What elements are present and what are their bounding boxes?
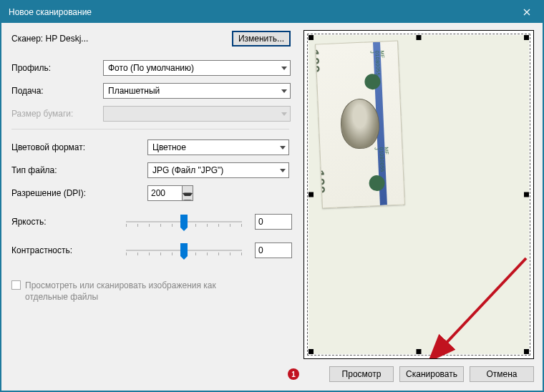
window-title: Новое сканирование bbox=[9, 7, 92, 17]
separator bbox=[11, 129, 289, 129]
resize-handle[interactable] bbox=[524, 192, 529, 197]
profile-value: Фото (По умолчанию) bbox=[108, 63, 194, 73]
selection-marquee[interactable] bbox=[307, 34, 530, 356]
cancel-button[interactable]: Отмена bbox=[470, 366, 534, 382]
resize-handle[interactable] bbox=[524, 349, 529, 354]
brightness-label: Яркость: bbox=[11, 217, 126, 227]
triangle-up-icon bbox=[183, 186, 193, 193]
settings-panel: Сканер: HP Deskj... Изменить... Профиль:… bbox=[1, 23, 301, 391]
source-value: Планшетный bbox=[108, 86, 160, 96]
chevron-down-icon bbox=[280, 146, 286, 150]
source-select[interactable]: Планшетный bbox=[103, 83, 291, 99]
file-type-select[interactable]: JPG (Файл "JPG") bbox=[147, 162, 289, 178]
color-format-select[interactable]: Цветное bbox=[147, 139, 289, 155]
color-format-value: Цветное bbox=[152, 142, 186, 152]
chevron-down-icon bbox=[281, 112, 287, 116]
chevron-down-icon bbox=[281, 67, 287, 70]
profile-select[interactable]: Фото (По умолчанию) bbox=[103, 60, 291, 76]
titlebar: Новое сканирование bbox=[1, 1, 543, 23]
resolution-spinner[interactable] bbox=[147, 185, 193, 201]
brightness-value[interactable]: 0 bbox=[255, 214, 292, 230]
file-type-label: Тип файла: bbox=[11, 165, 147, 175]
close-icon bbox=[523, 9, 530, 16]
resize-handle[interactable] bbox=[309, 35, 314, 40]
paper-size-select bbox=[103, 106, 291, 122]
dialog-window: Новое сканирование Сканер: HP Deskj... И… bbox=[0, 0, 544, 392]
preview-area[interactable]: 100 100 MF 01080055 J MF 01080055 J bbox=[303, 30, 534, 359]
chevron-down-icon bbox=[281, 89, 287, 93]
separate-files-checkbox[interactable] bbox=[11, 280, 21, 290]
slider-thumb[interactable] bbox=[180, 215, 188, 227]
spinner-up[interactable] bbox=[183, 186, 193, 193]
resize-handle[interactable] bbox=[309, 192, 314, 197]
paper-size-label: Размер бумаги: bbox=[11, 109, 103, 119]
resize-handle[interactable] bbox=[524, 35, 529, 40]
triangle-down-icon bbox=[183, 193, 193, 200]
brightness-slider[interactable] bbox=[126, 215, 242, 229]
scanner-label: Сканер: HP Deskj... bbox=[11, 34, 88, 44]
preview-button[interactable]: Просмотр bbox=[329, 366, 394, 382]
scan-button[interactable]: Сканировать bbox=[399, 366, 464, 382]
color-format-label: Цветовой формат: bbox=[11, 142, 147, 152]
annotation-badge: 1 bbox=[288, 368, 299, 380]
resize-handle[interactable] bbox=[309, 349, 314, 354]
contrast-label: Контрастность: bbox=[11, 245, 126, 255]
slider-thumb[interactable] bbox=[180, 243, 188, 256]
contrast-slider[interactable] bbox=[126, 243, 242, 258]
spinner-down[interactable] bbox=[183, 193, 193, 200]
chevron-down-icon bbox=[280, 169, 286, 172]
resolution-input[interactable] bbox=[147, 185, 182, 201]
resolution-label: Разрешение (DPI): bbox=[11, 188, 147, 198]
resize-handle[interactable] bbox=[417, 349, 422, 354]
resize-handle[interactable] bbox=[417, 35, 422, 40]
close-button[interactable] bbox=[511, 1, 543, 23]
separate-files-label: Просмотреть или сканировать изображения … bbox=[25, 280, 240, 303]
source-label: Подача: bbox=[11, 86, 103, 96]
change-scanner-button[interactable]: Изменить... bbox=[232, 31, 291, 46]
profile-label: Профиль: bbox=[11, 63, 103, 73]
contrast-value[interactable]: 0 bbox=[255, 242, 292, 258]
file-type-value: JPG (Файл "JPG") bbox=[152, 165, 223, 175]
